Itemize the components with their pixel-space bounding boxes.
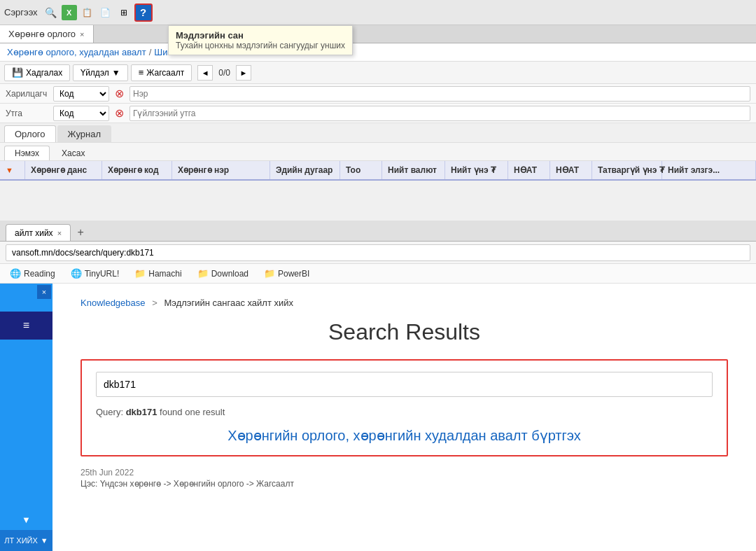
bookmark-reading-label: Reading: [24, 269, 55, 279]
nav-prev-button[interactable]: ◄: [197, 65, 213, 81]
hamachi-icon: 📁: [134, 268, 146, 279]
list-icon: ≡: [139, 67, 144, 78]
breadcrumb-knowledgebase-link[interactable]: Knowledgebase: [80, 298, 146, 308]
bookmark-download-label: Download: [211, 269, 248, 279]
bookmark-hamachi-label: Hamachi: [148, 269, 181, 279]
address-bar: [0, 242, 756, 264]
sidebar-close-button[interactable]: ×: [37, 285, 51, 299]
search-icon[interactable]: 🔍: [43, 5, 59, 20]
paste-icon[interactable]: 📄: [98, 5, 113, 20]
browser-content: Knowledgebase > Мэдлэгийн сангаас хайлт …: [52, 284, 756, 551]
search-result-meta: Query: dkb171 found one result: [96, 407, 713, 417]
page-breadcrumb-area: Knowledgebase > Мэдлэгийн сангаас хайлт …: [80, 298, 728, 308]
bookmarks-bar: 🌐 Reading 🌐 TinyURL! 📁 Hamachi 📁 Downloa…: [0, 264, 756, 284]
browser-section: айлт хийх × + 🌐 Reading 🌐 TinyURL! 📁 Ham…: [0, 221, 756, 551]
filter-select-2[interactable]: Код: [53, 106, 109, 121]
th-tatvargu: Татваргүй үнэ ₮: [592, 161, 662, 179]
app-bar: Сэргээх 🔍 X 📋 📄 ⊞ ? Мэдлэгийн сан Тухайн…: [0, 0, 756, 25]
filter-input-1[interactable]: [130, 86, 750, 102]
th-noat-2: НӨАТ: [550, 161, 592, 179]
toolbar: 💾 Хадгалах Үйлдэл ▼ ≡ Жагсаалт ◄ 0/0 ►: [0, 62, 756, 84]
filter-select-1[interactable]: Код: [53, 86, 109, 102]
browser-tab-new-button[interactable]: +: [72, 224, 89, 241]
chevron-down-icon: ▼: [22, 515, 31, 525]
sidebar-label-button[interactable]: ЛТ ХИЙХ ▼: [0, 530, 52, 551]
bookmark-powerbi-label: PowerBI: [278, 269, 309, 279]
bookmark-powerbi[interactable]: 📁 PowerBI: [260, 267, 314, 280]
list-button[interactable]: ≡ Жагсаалт: [131, 64, 192, 81]
th-too: Тоо: [340, 161, 382, 179]
page-breadcrumb: Хөрөнгө орлого, худалдан авалт / Шинэ: [0, 43, 756, 62]
breadcrumb-sep: /: [149, 47, 152, 57]
left-sidebar: × ≡ ▼ ЛТ ХИЙХ ▼: [0, 284, 52, 551]
sub-tab-add[interactable]: Нэмэх: [4, 146, 50, 160]
result-meta-query: dkb171: [126, 407, 158, 417]
bookmark-tinyurl-label: TinyURL!: [85, 269, 120, 279]
result-path: Цэс: Үндсэн хөрөнгө -> Хөрөнгийн орлого …: [80, 479, 728, 489]
tab-journal[interactable]: Журнал: [57, 125, 111, 142]
save-button[interactable]: 💾 Хадгалах: [4, 64, 70, 81]
breadcrumb-current-page: Мэдлэгийн сангаас хайлт хийх: [164, 298, 293, 308]
search-results-title: Search Results: [80, 319, 728, 345]
filter-clear-2[interactable]: ⊗: [115, 108, 124, 119]
breadcrumb-sep-icon: >: [152, 298, 158, 308]
layout-icon[interactable]: ⊞: [116, 5, 132, 20]
filter-label-1: Харилцагч: [6, 89, 48, 99]
sub-tab-remove[interactable]: Хасах: [51, 146, 95, 160]
bookmark-hamachi[interactable]: 📁 Hamachi: [130, 267, 186, 280]
content-tab-bar: Орлого Журнал: [0, 123, 756, 143]
doc-tab-active[interactable]: Хөрөнгө орлого ×: [0, 25, 94, 43]
help-tooltip: Мэдлэгийн сан Тухайн цонхны мэдлэгийн са…: [168, 25, 353, 55]
doc-tab-close-icon[interactable]: ×: [80, 30, 84, 39]
bookmark-download[interactable]: 📁 Download: [193, 267, 253, 280]
sidebar-menu-icon: ≡: [23, 319, 29, 332]
dropdown-icon: ▼: [112, 68, 120, 78]
sidebar-chevron-button[interactable]: ▼: [0, 509, 52, 530]
app-bar-label: Сэргээх: [4, 7, 38, 18]
action-button[interactable]: Үйлдэл ▼: [73, 64, 128, 81]
browser-tab-bar: айлт хийх × +: [0, 221, 756, 242]
excel-icon[interactable]: X: [62, 5, 77, 20]
tab-orlogo[interactable]: Орлого: [4, 125, 56, 142]
download-icon: 📁: [197, 268, 209, 279]
tooltip-title: Мэдлэгийн сан: [176, 30, 345, 41]
nav-next-button[interactable]: ►: [236, 65, 251, 81]
th-niit-elzge: Нийт элзгэ...: [662, 161, 756, 179]
sidebar-close-icon: ×: [42, 288, 46, 296]
th-ediin-dugaar: Эдийн дугаар: [270, 161, 340, 179]
search-result-link[interactable]: Хөрөнгийн орлого, хөрөнгийн худалдан ава…: [96, 427, 713, 444]
breadcrumb-link-part1[interactable]: Хөрөнгө орлого, худалдан авалт: [7, 47, 146, 57]
filter-input-2[interactable]: [130, 106, 750, 121]
sidebar-icon-1[interactable]: ≡: [0, 312, 52, 340]
filter-funnel-icon: ▼: [6, 166, 13, 174]
filter-clear-1[interactable]: ⊗: [115, 88, 124, 99]
bookmark-tinyurl[interactable]: 🌐 TinyURL!: [66, 267, 124, 280]
table-header: ▼ Хөрөнгө данс Хөрөнгө код Хөрөнгө нэр Э…: [0, 161, 756, 181]
powerbi-icon: 📁: [264, 268, 275, 279]
copy-icon[interactable]: 📋: [80, 5, 95, 20]
search-query-input[interactable]: [96, 372, 713, 397]
th-niit-une: Нийт үнэ ₮: [445, 161, 508, 179]
browser-tab-label: айлт хийх: [15, 228, 53, 238]
browser-tab-close-icon[interactable]: ×: [57, 229, 62, 237]
search-box-area: Query: dkb171 found one result Хөрөнгийн…: [80, 359, 728, 456]
nav-count: 0/0: [214, 68, 234, 78]
save-icon: 💾: [12, 67, 23, 78]
result-date: 25th Jun 2022: [80, 468, 728, 477]
th-filter-icon-cell: ▼: [0, 161, 25, 179]
help-button[interactable]: ?: [134, 4, 153, 22]
sub-tab-bar: Нэмэх Хасах: [0, 143, 756, 161]
sidebar-label-text: ЛТ ХИЙХ: [4, 536, 37, 545]
th-herenge-dans: Хөрөнгө данс: [25, 161, 102, 179]
filter-row-2: Утга Код ⊗: [0, 104, 756, 123]
result-meta-suffix: found one result: [157, 407, 225, 417]
address-input[interactable]: [6, 244, 750, 261]
bookmark-reading[interactable]: 🌐 Reading: [6, 267, 59, 280]
filter-label-2: Утга: [6, 109, 48, 118]
browser-tab-active[interactable]: айлт хийх ×: [6, 224, 71, 241]
tooltip-desc: Тухайн цонхны мэдлэгийн сангуудыг унших: [176, 41, 345, 50]
th-noat-1: НӨАТ: [508, 161, 550, 179]
nav-controls: ◄ 0/0 ►: [197, 65, 251, 81]
th-herenge-ner: Хөрөнгө нэр: [172, 161, 270, 179]
th-herenge-kod: Хөрөнгө код: [102, 161, 172, 179]
